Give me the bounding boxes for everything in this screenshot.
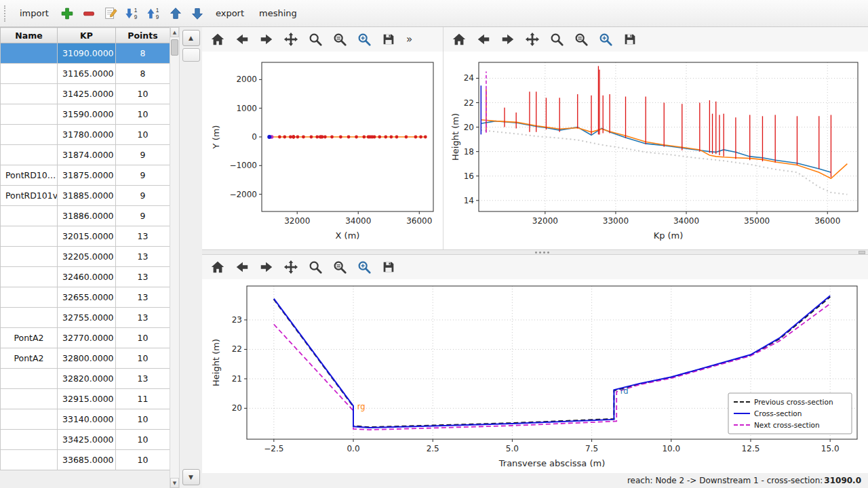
cell-kp[interactable]: 31886.0000 <box>58 206 116 226</box>
cell-name[interactable] <box>1 104 58 125</box>
cell-name[interactable]: PontA2 <box>1 348 58 369</box>
table-row[interactable]: 32205.000013 <box>1 247 170 267</box>
cell-points[interactable]: 10 <box>116 328 170 348</box>
cell-kp[interactable]: 31165.0000 <box>58 64 116 84</box>
cell-points[interactable]: 10 <box>116 430 170 450</box>
pan-button[interactable] <box>281 257 301 277</box>
table-row[interactable]: 31874.00009 <box>1 145 170 165</box>
scrollbar-thumb[interactable] <box>171 39 178 56</box>
cell-points[interactable]: 9 <box>116 165 170 186</box>
cell-name[interactable] <box>1 267 58 287</box>
table-row[interactable]: 31590.000010 <box>1 104 170 125</box>
cell-kp[interactable]: 31590.0000 <box>58 104 116 125</box>
table-row[interactable]: 31425.000010 <box>1 84 170 104</box>
add-cross-section-button[interactable] <box>57 3 77 24</box>
cell-kp[interactable]: 32015.0000 <box>58 226 116 247</box>
subplots-button[interactable] <box>330 257 350 277</box>
home-button[interactable] <box>208 257 228 277</box>
remove-cross-section-button[interactable] <box>79 3 99 24</box>
move-up-button[interactable] <box>165 3 186 24</box>
cell-points[interactable]: 10 <box>116 125 170 145</box>
table-row[interactable]: 33685.000010 <box>1 450 170 470</box>
cell-name[interactable]: PontA2 <box>1 328 58 348</box>
zoom-button[interactable] <box>305 257 326 277</box>
cell-points[interactable]: 10 <box>116 84 170 104</box>
table-row[interactable]: 31165.00008 <box>1 64 170 84</box>
home-button[interactable] <box>208 29 228 49</box>
cell-name[interactable] <box>1 84 58 104</box>
save-button[interactable] <box>378 257 399 277</box>
table-scrollbar[interactable]: ▲ ▼ <box>170 27 180 488</box>
cell-points[interactable]: 13 <box>116 226 170 247</box>
pan-button[interactable] <box>281 29 301 49</box>
table-row[interactable]: 32820.000013 <box>1 369 170 389</box>
back-button[interactable] <box>473 29 494 49</box>
export-button[interactable]: export <box>209 5 251 22</box>
forward-button[interactable] <box>498 29 518 49</box>
cell-name[interactable] <box>1 308 58 328</box>
cell-kp[interactable]: 33685.0000 <box>58 450 116 470</box>
customize-button[interactable] <box>354 29 374 49</box>
table-row[interactable]: PontRD101v31885.00009 <box>1 186 170 206</box>
plan-view-chart[interactable]: 320003400036000−2000−1000010002000X (m)Y… <box>202 52 443 249</box>
sort-descending-button[interactable] <box>144 3 164 24</box>
cell-name[interactable] <box>1 226 58 247</box>
forward-button[interactable] <box>256 29 277 49</box>
cell-name[interactable] <box>1 409 58 430</box>
cell-kp[interactable]: 31874.0000 <box>58 145 116 165</box>
cell-name[interactable] <box>1 287 58 308</box>
table-row[interactable]: PontA232770.000010 <box>1 328 170 348</box>
column-header-name[interactable]: Name <box>1 28 58 43</box>
cell-name[interactable] <box>1 247 58 267</box>
cell-kp[interactable]: 31875.0000 <box>58 165 116 186</box>
table-row[interactable]: PontRD10…31875.00009 <box>1 165 170 186</box>
table-row[interactable]: PontA232800.000010 <box>1 348 170 369</box>
back-button[interactable] <box>232 257 252 277</box>
scroll-up-button[interactable]: ▲ <box>182 30 200 46</box>
splitter-end-grip[interactable] <box>859 251 865 254</box>
horizontal-splitter[interactable] <box>202 249 868 255</box>
zoom-button[interactable] <box>547 29 567 49</box>
cell-name[interactable]: PontRD101v <box>1 186 58 206</box>
scrollbar-up-arrow[interactable]: ▲ <box>170 27 179 37</box>
cross-section-chart[interactable]: −2.50.02.55.07.510.012.515.020212223Tran… <box>202 279 868 473</box>
table-row[interactable]: 33425.000010 <box>1 430 170 450</box>
back-button[interactable] <box>232 29 252 49</box>
save-button[interactable] <box>620 29 640 49</box>
move-down-button[interactable] <box>187 3 208 24</box>
table-row[interactable]: 31780.000010 <box>1 125 170 145</box>
cell-kp[interactable]: 32800.0000 <box>58 348 116 369</box>
sort-ascending-button[interactable] <box>122 3 142 24</box>
cell-kp[interactable]: 31425.0000 <box>58 84 116 104</box>
cell-points[interactable]: 13 <box>116 247 170 267</box>
cell-points[interactable]: 9 <box>116 186 170 206</box>
table-row[interactable]: 33140.000010 <box>1 409 170 430</box>
cell-kp[interactable]: 31885.0000 <box>58 186 116 206</box>
table-row[interactable]: 32915.000011 <box>1 389 170 409</box>
table-row[interactable]: 32460.000013 <box>1 267 170 287</box>
panel-scrollbar-thumb[interactable] <box>182 48 200 62</box>
cell-points[interactable]: 10 <box>116 450 170 470</box>
cell-kp[interactable]: 31090.0000 <box>58 43 116 64</box>
import-button[interactable]: import <box>13 5 56 22</box>
cell-points[interactable]: 10 <box>116 348 170 369</box>
cell-points[interactable]: 11 <box>116 389 170 409</box>
cell-points[interactable]: 9 <box>116 145 170 165</box>
cell-name[interactable]: PontRD10… <box>1 165 58 186</box>
cell-kp[interactable]: 33425.0000 <box>58 430 116 450</box>
cell-kp[interactable]: 32755.0000 <box>58 308 116 328</box>
cell-name[interactable] <box>1 369 58 389</box>
table-row[interactable]: 32755.000013 <box>1 308 170 328</box>
cell-name[interactable] <box>1 43 58 64</box>
cell-name[interactable] <box>1 430 58 450</box>
table-row[interactable]: 31886.00009 <box>1 206 170 226</box>
cell-kp[interactable]: 33140.0000 <box>58 409 116 430</box>
cell-kp[interactable]: 32460.0000 <box>58 267 116 287</box>
cell-points[interactable]: 8 <box>116 64 170 84</box>
cell-points[interactable]: 13 <box>116 308 170 328</box>
toolbar-handle[interactable] <box>4 5 7 22</box>
cell-name[interactable] <box>1 206 58 226</box>
table-row[interactable]: 31090.00008 <box>1 43 170 64</box>
scrollbar-down-arrow[interactable]: ▼ <box>170 478 179 488</box>
column-header-kp[interactable]: KP <box>58 28 116 43</box>
